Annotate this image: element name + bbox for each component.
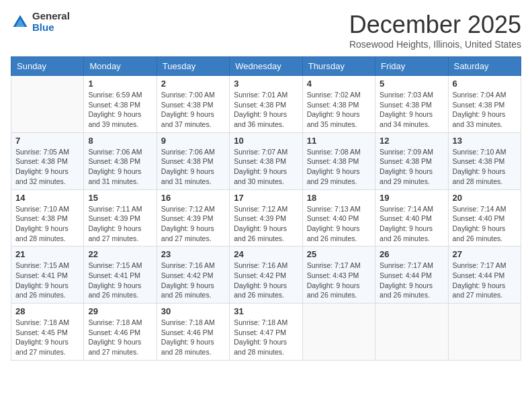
calendar-body: 1Sunrise: 6:59 AMSunset: 4:38 PMDaylight… xyxy=(11,76,521,361)
day-number: 21 xyxy=(15,249,79,259)
day-number: 9 xyxy=(161,136,225,146)
day-info: Sunrise: 7:12 AMSunset: 4:39 PMDaylight:… xyxy=(234,204,298,244)
day-of-week-tuesday: Tuesday xyxy=(157,57,229,76)
day-number: 26 xyxy=(380,249,443,259)
calendar-cell: 22Sunrise: 7:15 AMSunset: 4:41 PMDayligh… xyxy=(84,246,157,304)
calendar-week-3: 14Sunrise: 7:10 AMSunset: 4:38 PMDayligh… xyxy=(11,189,521,246)
day-info: Sunrise: 7:06 AMSunset: 4:38 PMDaylight:… xyxy=(88,147,152,187)
logo-blue: Blue xyxy=(32,22,70,34)
day-info: Sunrise: 7:03 AMSunset: 4:38 PMDaylight:… xyxy=(380,90,443,130)
logo-icon xyxy=(11,13,30,32)
calendar-cell: 6Sunrise: 7:04 AMSunset: 4:38 PMDaylight… xyxy=(448,76,521,133)
day-number: 8 xyxy=(88,136,152,146)
day-info: Sunrise: 7:17 AMSunset: 4:44 PMDaylight:… xyxy=(453,261,517,300)
calendar-cell: 15Sunrise: 7:11 AMSunset: 4:39 PMDayligh… xyxy=(84,189,157,246)
day-info: Sunrise: 7:10 AMSunset: 4:38 PMDaylight:… xyxy=(453,147,517,187)
calendar-cell: 13Sunrise: 7:10 AMSunset: 4:38 PMDayligh… xyxy=(448,132,521,189)
day-number: 18 xyxy=(307,193,371,203)
day-info: Sunrise: 7:16 AMSunset: 4:42 PMDaylight:… xyxy=(234,261,298,300)
calendar-cell: 2Sunrise: 7:00 AMSunset: 4:38 PMDaylight… xyxy=(157,76,229,133)
calendar-cell: 30Sunrise: 7:18 AMSunset: 4:46 PMDayligh… xyxy=(157,304,229,361)
day-of-week-thursday: Thursday xyxy=(302,57,375,76)
calendar-week-2: 7Sunrise: 7:05 AMSunset: 4:38 PMDaylight… xyxy=(11,132,521,189)
calendar-cell: 18Sunrise: 7:13 AMSunset: 4:40 PMDayligh… xyxy=(302,189,375,246)
calendar-cell: 23Sunrise: 7:16 AMSunset: 4:42 PMDayligh… xyxy=(157,246,229,304)
calendar-cell: 14Sunrise: 7:10 AMSunset: 4:38 PMDayligh… xyxy=(11,189,84,246)
calendar-cell: 4Sunrise: 7:02 AMSunset: 4:38 PMDaylight… xyxy=(302,76,375,133)
day-info: Sunrise: 7:06 AMSunset: 4:38 PMDaylight:… xyxy=(161,147,225,187)
day-info: Sunrise: 7:13 AMSunset: 4:40 PMDaylight:… xyxy=(307,204,371,244)
calendar-cell: 9Sunrise: 7:06 AMSunset: 4:38 PMDaylight… xyxy=(157,132,229,189)
calendar-cell: 3Sunrise: 7:01 AMSunset: 4:38 PMDaylight… xyxy=(230,76,302,133)
day-number: 30 xyxy=(161,306,225,316)
calendar-cell xyxy=(375,304,448,361)
day-of-week-saturday: Saturday xyxy=(448,57,521,76)
logo-text: General Blue xyxy=(32,11,70,33)
day-info: Sunrise: 6:59 AMSunset: 4:38 PMDaylight:… xyxy=(88,90,152,130)
days-of-week-row: SundayMondayTuesdayWednesdayThursdayFrid… xyxy=(11,57,521,76)
day-number: 24 xyxy=(234,249,298,259)
day-info: Sunrise: 7:00 AMSunset: 4:38 PMDaylight:… xyxy=(161,90,225,130)
calendar-cell: 11Sunrise: 7:08 AMSunset: 4:38 PMDayligh… xyxy=(302,132,375,189)
day-number: 31 xyxy=(234,306,298,316)
day-info: Sunrise: 7:05 AMSunset: 4:38 PMDaylight:… xyxy=(15,147,79,187)
calendar-week-4: 21Sunrise: 7:15 AMSunset: 4:41 PMDayligh… xyxy=(11,246,521,304)
day-number: 17 xyxy=(234,193,298,203)
calendar-cell xyxy=(302,304,375,361)
day-number: 14 xyxy=(15,193,79,203)
day-info: Sunrise: 7:01 AMSunset: 4:38 PMDaylight:… xyxy=(234,90,298,130)
logo-general: General xyxy=(32,11,70,22)
day-info: Sunrise: 7:18 AMSunset: 4:47 PMDaylight:… xyxy=(234,318,298,357)
day-info: Sunrise: 7:17 AMSunset: 4:44 PMDaylight:… xyxy=(380,261,443,300)
day-info: Sunrise: 7:12 AMSunset: 4:39 PMDaylight:… xyxy=(161,204,225,244)
calendar-week-1: 1Sunrise: 6:59 AMSunset: 4:38 PMDaylight… xyxy=(11,76,521,133)
logo: General Blue xyxy=(11,11,70,33)
day-info: Sunrise: 7:16 AMSunset: 4:42 PMDaylight:… xyxy=(161,261,225,300)
calendar-cell: 16Sunrise: 7:12 AMSunset: 4:39 PMDayligh… xyxy=(157,189,229,246)
day-number: 5 xyxy=(380,79,443,89)
day-number: 19 xyxy=(380,193,443,203)
day-info: Sunrise: 7:14 AMSunset: 4:40 PMDaylight:… xyxy=(380,204,443,244)
day-info: Sunrise: 7:17 AMSunset: 4:43 PMDaylight:… xyxy=(307,261,371,300)
calendar-cell: 29Sunrise: 7:18 AMSunset: 4:46 PMDayligh… xyxy=(84,304,157,361)
day-number: 4 xyxy=(307,79,371,89)
day-number: 6 xyxy=(453,79,517,89)
day-info: Sunrise: 7:02 AMSunset: 4:38 PMDaylight:… xyxy=(307,90,371,130)
day-number: 16 xyxy=(161,193,225,203)
calendar-cell: 31Sunrise: 7:18 AMSunset: 4:47 PMDayligh… xyxy=(230,304,302,361)
day-of-week-wednesday: Wednesday xyxy=(230,57,302,76)
day-of-week-monday: Monday xyxy=(84,57,157,76)
calendar-cell: 25Sunrise: 7:17 AMSunset: 4:43 PMDayligh… xyxy=(302,246,375,304)
page-header: General Blue December 2025 Rosewood Heig… xyxy=(11,11,521,50)
day-info: Sunrise: 7:15 AMSunset: 4:41 PMDaylight:… xyxy=(88,261,152,300)
calendar-cell: 21Sunrise: 7:15 AMSunset: 4:41 PMDayligh… xyxy=(11,246,84,304)
day-info: Sunrise: 7:07 AMSunset: 4:38 PMDaylight:… xyxy=(234,147,298,187)
calendar-cell: 7Sunrise: 7:05 AMSunset: 4:38 PMDaylight… xyxy=(11,132,84,189)
day-info: Sunrise: 7:18 AMSunset: 4:45 PMDaylight:… xyxy=(15,318,79,357)
day-number: 29 xyxy=(88,306,152,316)
location: Rosewood Heights, Illinois, United State… xyxy=(349,39,521,50)
calendar-cell: 24Sunrise: 7:16 AMSunset: 4:42 PMDayligh… xyxy=(230,246,302,304)
day-number: 15 xyxy=(88,193,152,203)
calendar-week-5: 28Sunrise: 7:18 AMSunset: 4:45 PMDayligh… xyxy=(11,304,521,361)
day-info: Sunrise: 7:11 AMSunset: 4:39 PMDaylight:… xyxy=(88,204,152,244)
calendar-cell: 8Sunrise: 7:06 AMSunset: 4:38 PMDaylight… xyxy=(84,132,157,189)
calendar-header: SundayMondayTuesdayWednesdayThursdayFrid… xyxy=(11,57,521,76)
day-number: 1 xyxy=(88,79,152,89)
day-info: Sunrise: 7:15 AMSunset: 4:41 PMDaylight:… xyxy=(15,261,79,300)
day-of-week-sunday: Sunday xyxy=(11,57,84,76)
calendar-cell: 19Sunrise: 7:14 AMSunset: 4:40 PMDayligh… xyxy=(375,189,448,246)
calendar: SundayMondayTuesdayWednesdayThursdayFrid… xyxy=(11,56,521,361)
day-number: 10 xyxy=(234,136,298,146)
day-number: 11 xyxy=(307,136,371,146)
day-info: Sunrise: 7:04 AMSunset: 4:38 PMDaylight:… xyxy=(453,90,517,130)
day-number: 7 xyxy=(15,136,79,146)
day-info: Sunrise: 7:18 AMSunset: 4:46 PMDaylight:… xyxy=(88,318,152,357)
day-number: 27 xyxy=(453,249,517,259)
day-number: 28 xyxy=(15,306,79,316)
day-number: 22 xyxy=(88,249,152,259)
day-info: Sunrise: 7:18 AMSunset: 4:46 PMDaylight:… xyxy=(161,318,225,357)
day-of-week-friday: Friday xyxy=(375,57,448,76)
calendar-cell: 1Sunrise: 6:59 AMSunset: 4:38 PMDaylight… xyxy=(84,76,157,133)
title-section: December 2025 Rosewood Heights, Illinois… xyxy=(349,11,521,50)
